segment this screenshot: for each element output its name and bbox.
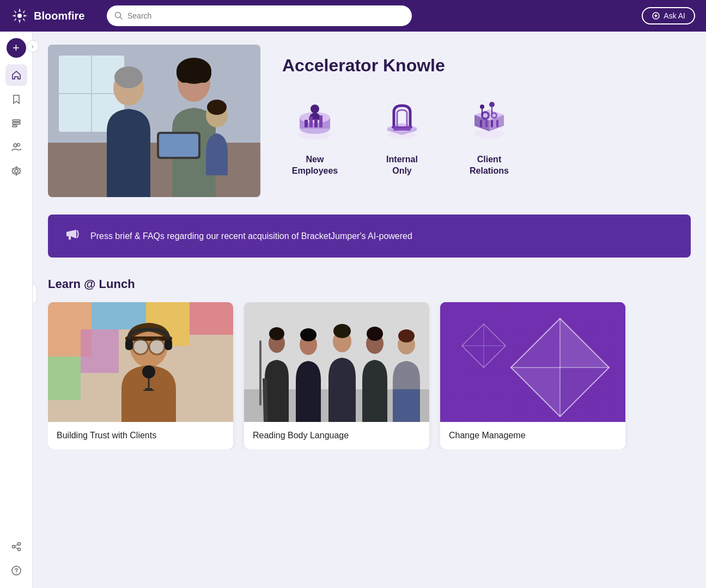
bookmark-icon xyxy=(11,94,22,105)
cards-row: Building Trust with Clients xyxy=(48,302,691,449)
content-card-1[interactable]: Building Trust with Clients xyxy=(48,302,233,449)
settings-icon xyxy=(11,166,22,176)
hero-right-panel: Accelerator Knowle xyxy=(282,45,691,177)
category-cards: New Employees xyxy=(282,93,691,177)
svg-point-24 xyxy=(176,63,192,83)
megaphone-icon xyxy=(63,225,81,247)
svg-point-51 xyxy=(480,105,484,109)
sidebar-item-people[interactable] xyxy=(5,136,27,158)
announcement-text: Press brief & FAQs regarding our recent … xyxy=(90,231,412,241)
svg-rect-37 xyxy=(314,119,318,127)
svg-point-25 xyxy=(196,63,211,83)
svg-rect-66 xyxy=(165,339,172,350)
card-2-thumbnail xyxy=(244,302,429,422)
svg-rect-41 xyxy=(393,128,411,131)
sidebar-item-help[interactable] xyxy=(5,560,27,581)
svg-point-75 xyxy=(300,328,317,341)
svg-rect-58 xyxy=(190,302,233,335)
hero-section: Accelerator Knowle xyxy=(48,45,691,197)
content-card-3[interactable]: Change Manageme xyxy=(440,302,625,449)
learn-lunch-title: Learn @ Lunch xyxy=(48,277,691,291)
top-navigation: Bloomfire Ask AI xyxy=(0,0,706,32)
internal-only-label: Internal Only xyxy=(386,154,418,177)
announcement-banner[interactable]: Press brief & FAQs regarding our recent … xyxy=(48,215,691,258)
client-relations-label: Client Relations xyxy=(470,154,509,177)
ai-sparkle-icon xyxy=(652,11,660,20)
card-1-title: Building Trust with Clients xyxy=(57,431,224,440)
category-card-new-employees[interactable]: New Employees xyxy=(282,93,348,177)
svg-rect-82 xyxy=(393,389,420,422)
logo-area: Bloomfire xyxy=(11,7,98,24)
ask-ai-button[interactable]: Ask AI xyxy=(642,7,695,24)
internal-only-icon xyxy=(375,93,429,148)
sidebar-item-integrations[interactable] xyxy=(5,536,27,558)
svg-point-7 xyxy=(17,144,20,146)
svg-point-21 xyxy=(114,66,143,88)
svg-point-77 xyxy=(333,324,351,338)
svg-point-34 xyxy=(311,105,319,113)
learn-lunch-section: Learn @ Lunch xyxy=(48,277,691,449)
client-relations-icon xyxy=(462,93,516,148)
new-employees-icon xyxy=(288,93,342,148)
people-icon xyxy=(11,142,22,152)
svg-rect-47 xyxy=(480,120,482,127)
svg-point-52 xyxy=(489,102,495,107)
svg-point-9 xyxy=(12,546,15,548)
main-content: Accelerator Knowle xyxy=(33,32,706,588)
sidebar-item-feed[interactable] xyxy=(5,112,27,134)
svg-point-6 xyxy=(14,144,17,147)
sidebar-item-bookmarks[interactable] xyxy=(5,88,27,110)
add-button[interactable]: + xyxy=(7,38,26,58)
svg-rect-48 xyxy=(485,120,488,127)
svg-rect-40 xyxy=(392,126,412,128)
svg-point-29 xyxy=(207,100,227,115)
hero-image xyxy=(48,45,260,197)
svg-point-46 xyxy=(492,114,496,117)
svg-point-13 xyxy=(16,573,17,574)
category-card-internal-only[interactable]: Internal Only xyxy=(369,93,435,177)
sidebar-item-home[interactable] xyxy=(5,64,27,86)
svg-point-0 xyxy=(17,14,22,18)
svg-point-79 xyxy=(367,327,383,341)
card-3-title: Change Manageme xyxy=(449,431,617,440)
new-employees-label: New Employees xyxy=(292,154,338,177)
svg-point-10 xyxy=(17,543,20,546)
logo-text: Bloomfire xyxy=(34,10,84,22)
ask-ai-label: Ask AI xyxy=(664,11,685,20)
sidebar-expand-button[interactable]: › xyxy=(27,40,39,52)
svg-point-11 xyxy=(17,548,20,551)
card-1-body: Building Trust with Clients xyxy=(48,422,233,449)
bloomfire-logo-icon xyxy=(11,7,28,24)
search-icon xyxy=(114,11,123,20)
svg-point-81 xyxy=(398,329,415,342)
search-bar[interactable] xyxy=(107,5,412,26)
svg-rect-27 xyxy=(159,134,198,157)
search-input[interactable] xyxy=(127,11,404,20)
card-2-title: Reading Body Language xyxy=(253,431,421,440)
card-2-body: Reading Body Language xyxy=(244,422,429,449)
integrations-icon xyxy=(11,541,22,552)
help-icon xyxy=(11,565,22,576)
svg-rect-38 xyxy=(319,115,322,127)
content-card-2[interactable]: Reading Body Language xyxy=(244,302,429,449)
sidebar-item-settings[interactable] xyxy=(5,160,27,182)
svg-rect-49 xyxy=(491,120,493,127)
card-3-thumbnail xyxy=(440,302,625,422)
card-3-body: Change Manageme xyxy=(440,422,625,449)
home-icon xyxy=(11,70,22,81)
svg-rect-5 xyxy=(13,125,17,127)
feed-icon xyxy=(11,118,22,128)
svg-rect-65 xyxy=(125,339,133,350)
svg-point-44 xyxy=(483,113,488,118)
svg-rect-35 xyxy=(305,120,308,127)
svg-point-8 xyxy=(15,169,18,173)
hero-title: Accelerator Knowle xyxy=(282,56,691,76)
sidebar-bottom xyxy=(5,536,27,581)
svg-rect-73 xyxy=(259,340,261,406)
svg-point-12 xyxy=(12,566,21,575)
svg-rect-16 xyxy=(48,143,260,197)
category-card-client-relations[interactable]: Client Relations xyxy=(457,93,522,177)
svg-point-72 xyxy=(269,327,284,340)
svg-rect-36 xyxy=(309,117,313,127)
svg-rect-4 xyxy=(13,122,20,124)
